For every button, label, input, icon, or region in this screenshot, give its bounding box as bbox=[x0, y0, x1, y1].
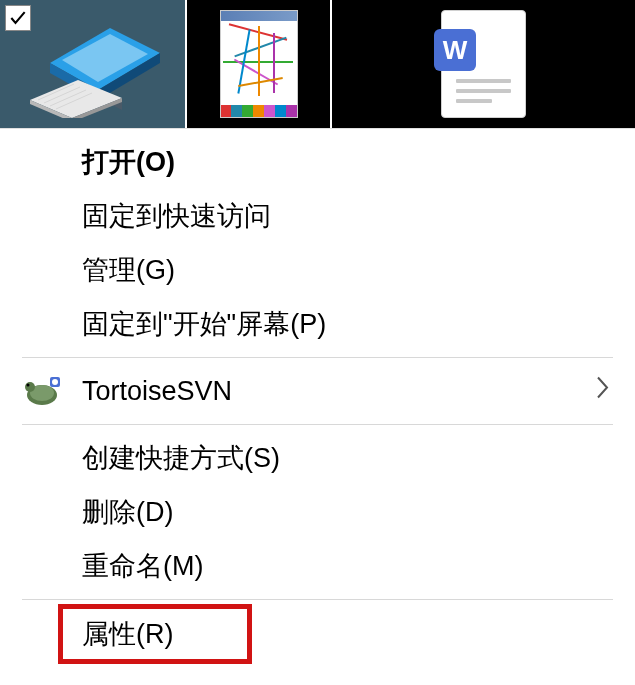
menu-tortoisesvn[interactable]: TortoiseSVN bbox=[0, 364, 635, 418]
menu-open[interactable]: 打开(O) bbox=[0, 135, 635, 189]
thumbnail-map-image[interactable] bbox=[187, 0, 332, 128]
menu-separator bbox=[22, 599, 613, 600]
menu-delete[interactable]: 删除(D) bbox=[0, 485, 635, 539]
svg-point-18 bbox=[52, 379, 58, 385]
chevron-right-icon bbox=[595, 375, 611, 408]
menu-create-shortcut[interactable]: 创建快捷方式(S) bbox=[0, 431, 635, 485]
menu-rename[interactable]: 重命名(M) bbox=[0, 539, 635, 593]
svg-point-15 bbox=[25, 382, 35, 392]
context-menu: 打开(O) 固定到快速访问 管理(G) 固定到"开始"屏幕(P) Tortois… bbox=[0, 128, 635, 662]
thumbnail-row: W bbox=[0, 0, 635, 128]
menu-pin-quick-access[interactable]: 固定到快速访问 bbox=[0, 189, 635, 243]
thumbnail-document[interactable]: W bbox=[332, 0, 635, 128]
computer-icon bbox=[30, 18, 170, 122]
thumbnail-checkbox[interactable] bbox=[5, 5, 31, 31]
map-icon bbox=[220, 10, 298, 118]
thumbnail-this-pc[interactable] bbox=[0, 0, 187, 128]
wps-badge-icon: W bbox=[434, 29, 476, 71]
menu-properties[interactable]: 属性(R) bbox=[60, 606, 250, 662]
menu-tortoisesvn-label: TortoiseSVN bbox=[82, 376, 232, 407]
menu-pin-start[interactable]: 固定到"开始"屏幕(P) bbox=[0, 297, 635, 351]
document-icon: W bbox=[441, 10, 526, 118]
tortoisesvn-icon bbox=[22, 371, 62, 411]
svg-point-16 bbox=[27, 384, 30, 387]
check-icon bbox=[8, 8, 28, 28]
menu-manage[interactable]: 管理(G) bbox=[0, 243, 635, 297]
menu-separator bbox=[22, 424, 613, 425]
menu-separator bbox=[22, 357, 613, 358]
